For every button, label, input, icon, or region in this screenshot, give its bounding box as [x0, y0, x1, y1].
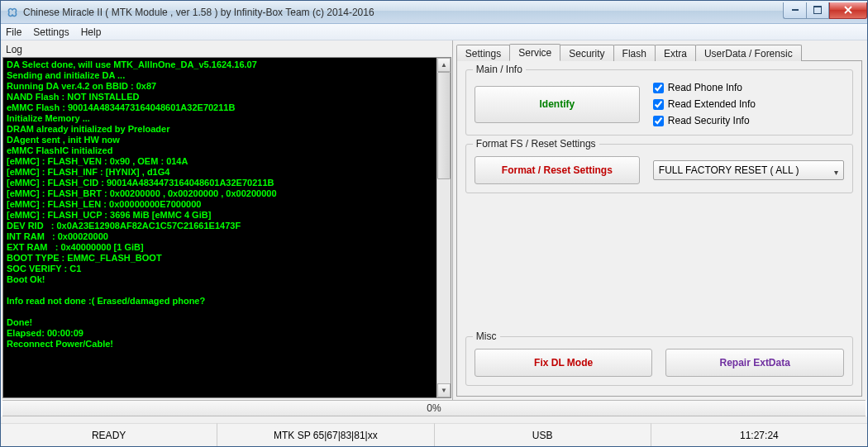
progress-text: 0%: [427, 402, 441, 414]
status-time: 11:27:24: [651, 423, 867, 446]
progress-bar: 0%: [2, 400, 866, 416]
menubar: File Settings Help: [1, 24, 867, 40]
tab-panel-service: Main / Info Identify Read Phone Info Rea…: [456, 61, 862, 397]
status-ready: READY: [1, 423, 217, 446]
group-format-title: Format FS / Reset Settings: [473, 138, 599, 150]
repair-extdata-button[interactable]: Repair ExtData: [665, 349, 844, 377]
check-read-phone[interactable]: Read Phone Info: [653, 82, 844, 93]
scroll-thumb[interactable]: [437, 72, 451, 179]
tab-userdata[interactable]: UserData / Forensic: [695, 45, 802, 61]
tab-service[interactable]: Service: [509, 44, 560, 61]
app-icon: [6, 6, 19, 19]
menu-settings[interactable]: Settings: [33, 26, 69, 38]
minimize-button[interactable]: [783, 2, 806, 19]
status-connection: USB: [435, 423, 651, 446]
menu-help[interactable]: Help: [81, 26, 102, 38]
fix-dl-mode-button[interactable]: Fix DL Mode: [475, 349, 653, 377]
group-main-info: Main / Info Identify Read Phone Info Rea…: [465, 69, 853, 136]
identify-button[interactable]: Identify: [475, 86, 640, 123]
tab-security[interactable]: Security: [560, 45, 613, 61]
check-read-extended-box[interactable]: [653, 99, 664, 110]
right-panel: Settings Service Security Flash Extra Us…: [453, 40, 867, 400]
menu-file[interactable]: File: [6, 26, 21, 38]
check-read-extended[interactable]: Read Extended Info: [653, 98, 844, 110]
scroll-up-icon[interactable]: ▲: [437, 58, 451, 72]
tab-settings[interactable]: Settings: [456, 45, 510, 61]
check-read-security[interactable]: Read Security Info: [653, 115, 844, 126]
status-device: MTK SP 65|67|83|81|xx: [217, 423, 434, 446]
log-panel: Log DA Select done, will use MTK_AllInOn…: [1, 40, 453, 400]
check-read-security-box[interactable]: [653, 116, 664, 126]
group-format: Format FS / Reset Settings Format / Rese…: [465, 144, 853, 193]
log-output[interactable]: DA Select done, will use MTK_AllInOne_DA…: [3, 58, 436, 397]
status-bar: READY MTK SP 65|67|83|81|xx USB 11:27:24: [1, 423, 867, 446]
check-read-phone-box[interactable]: [653, 83, 664, 93]
log-label: Log: [6, 44, 451, 55]
main-window: Chinese Miracle II ( MTK Module , ver 1.…: [0, 0, 868, 447]
close-button[interactable]: [829, 2, 867, 19]
tab-extra[interactable]: Extra: [655, 45, 696, 61]
scroll-down-icon[interactable]: ▼: [437, 383, 451, 397]
window-title: Chinese Miracle II ( MTK Module , ver 1.…: [23, 7, 783, 18]
maximize-button[interactable]: [806, 2, 829, 19]
tab-flash[interactable]: Flash: [613, 45, 656, 61]
group-misc-title: Misc: [473, 330, 500, 342]
titlebar[interactable]: Chinese Miracle II ( MTK Module , ver 1.…: [1, 1, 867, 24]
log-scrollbar[interactable]: ▲ ▼: [436, 58, 451, 397]
group-main-info-title: Main / Info: [473, 64, 526, 75]
group-misc: Misc Fix DL Mode Repair ExtData: [465, 336, 853, 386]
tabs: Settings Service Security Flash Extra Us…: [456, 44, 862, 61]
format-reset-button[interactable]: Format / Reset Settings: [475, 156, 640, 184]
format-mode-select[interactable]: FULL FACTORY RESET ( ALL ): [653, 160, 844, 180]
